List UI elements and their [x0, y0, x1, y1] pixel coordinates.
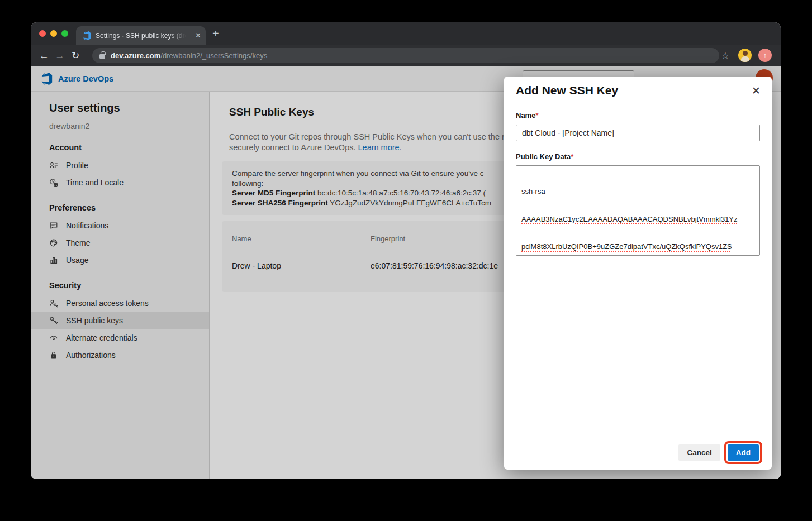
back-icon[interactable]: ← [36, 50, 52, 61]
name-field[interactable] [516, 125, 760, 141]
dialog-title: Add New SSH Key [516, 84, 618, 97]
key-line: AAAAB3NzaC1yc2EAAAADAQABAAACAQDSNBLvbjtV… [521, 215, 759, 224]
required-marker: * [571, 152, 573, 161]
browser-profile-avatar[interactable] [738, 49, 752, 62]
dialog-footer: Cancel Add [678, 444, 762, 461]
tab-close-icon[interactable]: ✕ [195, 32, 201, 39]
azure-devops-favicon [82, 31, 91, 40]
add-ssh-key-dialog: Add New SSH Key ✕ Name* Public Key Data*… [504, 77, 772, 470]
cancel-button[interactable]: Cancel [678, 444, 720, 461]
url-text: dev.azure.com/drewbanin2/_usersSettings/… [111, 51, 267, 60]
traffic-close-button[interactable] [39, 30, 46, 37]
name-field-label: Name* [516, 111, 538, 120]
required-marker: * [535, 111, 538, 120]
url-host: dev.azure.com [111, 51, 160, 60]
reload-icon[interactable]: ↻ [68, 50, 83, 61]
lock-icon [99, 54, 105, 59]
add-button[interactable]: Add [728, 444, 759, 461]
close-icon[interactable]: ✕ [752, 84, 761, 97]
public-key-field-label: Public Key Data* [516, 152, 573, 161]
traffic-zoom-button[interactable] [61, 30, 68, 37]
url-path: /drewbanin2/_usersSettings/keys [160, 51, 267, 60]
browser-tab-strip: Settings · SSH public keys (dre ✕ + [31, 22, 781, 45]
browser-toolbar: ← → ↻ dev.azure.com/drewbanin2/_usersSet… [31, 45, 781, 66]
tab-title: Settings · SSH public keys (dre [96, 32, 186, 40]
traffic-minimize-button[interactable] [50, 30, 57, 37]
desktop-background: Settings · SSH public keys (dre ✕ + ← → … [0, 0, 812, 521]
key-line: ssh-rsa [521, 187, 759, 197]
key-line: pciM8t8XLrbUzQIP0B+9uZGZe7dlpatVTxc/uQZk… [521, 242, 759, 252]
browser-tab[interactable]: Settings · SSH public keys (dre ✕ [76, 26, 206, 45]
address-bar[interactable]: dev.azure.com/drewbanin2/_usersSettings/… [92, 48, 719, 63]
browser-update-icon[interactable]: ↑ [758, 49, 772, 62]
new-tab-button[interactable]: + [212, 27, 219, 40]
browser-window: Settings · SSH public keys (dre ✕ + ← → … [31, 22, 781, 479]
public-key-textarea[interactable]: ssh-rsa AAAAB3NzaC1yc2EAAAADAQABAAACAQDS… [516, 165, 760, 256]
forward-icon[interactable]: → [52, 50, 68, 61]
bookmark-star-icon[interactable]: ☆ [721, 50, 729, 61]
